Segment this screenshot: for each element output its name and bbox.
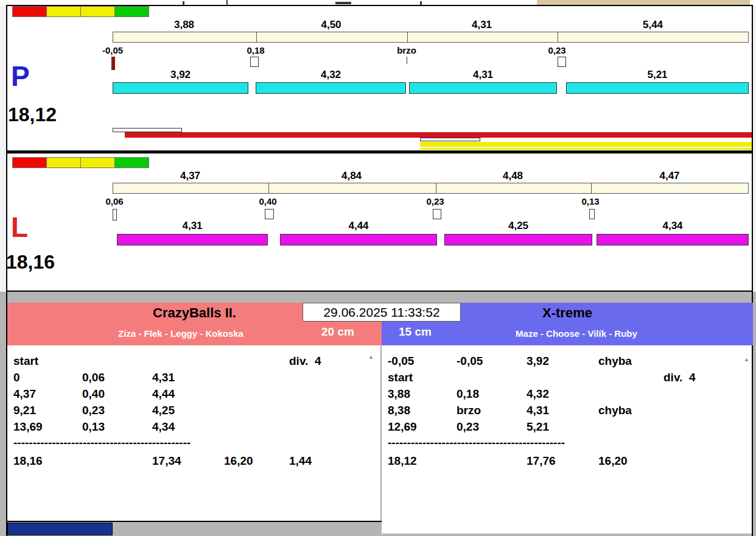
split-scale-bar (113, 183, 749, 194)
dog-run-bar (256, 82, 406, 94)
split-scale-bar (113, 32, 749, 43)
result-row: 3,88 0,18 4,32 (382, 388, 752, 404)
cell: 0,13 (82, 421, 105, 434)
light-yellow-2 (80, 157, 115, 168)
change-time: 0,40 (240, 197, 295, 207)
cell: 4,44 (152, 388, 175, 401)
change-time: 0,23 (408, 197, 463, 207)
jump-height: 20 cm (321, 325, 354, 339)
marker-box (589, 209, 595, 219)
marker-box (265, 209, 274, 219)
result-row: 0 0,06 4,31 (7, 372, 380, 387)
dog-run-bar (566, 82, 749, 94)
tick-mark (407, 57, 407, 64)
split-time-bottom: 3,92 (113, 69, 248, 81)
result-row: 12,69 0,23 5,21 (382, 421, 752, 437)
scroll-up-icon[interactable]: ▲ (744, 356, 749, 362)
result-row: 13,69 0,13 4,34 (7, 421, 380, 437)
change-time: -0,05 (85, 46, 140, 56)
lane-total-time: 18,16 (6, 252, 55, 272)
cell: 4,34 (152, 421, 175, 434)
cell: 0,06 (82, 372, 105, 384)
scale-divider (558, 32, 558, 42)
result-row: start div. 4 (382, 372, 752, 387)
cell: 1,44 (289, 455, 312, 468)
dog-run-bar (280, 234, 437, 245)
dog-run-bar (117, 234, 268, 245)
lane-letter: L (11, 213, 28, 241)
team-dogs: Maze - Choose - Vilík - Ruby (430, 328, 723, 339)
cell: chyba (598, 404, 632, 417)
light-green (114, 6, 149, 17)
cell: 3,92 (527, 355, 549, 368)
panel-bottom-border (6, 521, 382, 522)
scale-divider (407, 32, 408, 42)
scroll-up-icon[interactable]: ▲ (368, 354, 374, 360)
cell: div. 4 (663, 372, 695, 384)
light-red (12, 6, 47, 17)
next-dog-bar-thin (420, 148, 752, 150)
split-time-bottom: 4,31 (117, 220, 268, 232)
change-time: 0,18 (228, 46, 283, 56)
scale-divider (436, 183, 436, 193)
split-time-top: 4,47 (590, 171, 749, 182)
split-time-bottom: 4,32 (256, 69, 406, 81)
light-red (12, 157, 47, 168)
change-time: brzo (379, 46, 434, 56)
split-time-bottom: 4,44 (280, 220, 437, 232)
datetime-display: 29.06.2025 11:33:52 (303, 303, 461, 322)
cell: chyba (598, 355, 632, 368)
cell: 12,69 (388, 421, 417, 434)
result-row: start div. 4 (7, 355, 380, 371)
timing-app-window: 3,88 4,50 4,31 5,44 -0,05 0,18 brzo 0,23… (0, 0, 756, 536)
light-yellow-2 (80, 6, 115, 17)
split-time-bottom: 4,25 (444, 220, 592, 232)
cell: div. 4 (289, 355, 321, 368)
cell: 5,21 (527, 421, 549, 434)
cell: 9,21 (13, 404, 36, 417)
marker-box (433, 209, 441, 219)
progress-outline (113, 128, 182, 132)
divider-row: ----------------------------------------… (7, 437, 380, 453)
scale-divider (591, 183, 592, 193)
split-time-top: 4,31 (407, 19, 557, 31)
marker-box (250, 57, 259, 67)
divider-row: ----------------------------------------… (382, 437, 752, 453)
split-time-bottom: 5,21 (566, 69, 749, 81)
cell: 16,20 (598, 455, 628, 468)
status-lights (12, 157, 152, 169)
dog-run-bar (409, 82, 557, 94)
cell: -0,05 (457, 355, 483, 368)
cell: 4,32 (527, 388, 549, 401)
menu-text-fragment (335, 2, 351, 4)
split-time-top: 4,48 (435, 171, 590, 182)
team-right-results: -0,05 -0,05 3,92 chyba start div. 4 3,88… (382, 345, 752, 534)
cell: 16,20 (224, 455, 253, 468)
cell: 4,31 (152, 372, 175, 384)
taskbar-button[interactable] (7, 523, 113, 535)
scale-divider (256, 32, 257, 42)
cell: -0,05 (388, 355, 414, 368)
lane-total-time: 18,12 (8, 105, 57, 124)
cell: 13,69 (13, 421, 43, 434)
start-marker (111, 57, 115, 70)
cell: start (13, 355, 38, 368)
change-time: 0,23 (530, 46, 584, 56)
cell: 17,34 (152, 455, 181, 468)
lane-letter: P (11, 62, 30, 90)
split-time-bottom: 4,34 (597, 220, 749, 232)
dashes: ----------------------------------------… (388, 437, 565, 450)
cell: 4,25 (152, 404, 175, 417)
cell: 0,23 (457, 421, 479, 434)
dashes: ----------------------------------------… (13, 437, 191, 450)
cell: 8,38 (388, 404, 410, 417)
marker-box (113, 209, 117, 220)
light-yellow-1 (46, 157, 81, 168)
jump-height: 15 cm (399, 325, 432, 339)
cell: 18,12 (388, 455, 417, 468)
split-time-top: 4,50 (256, 19, 407, 31)
dog-run-bar (113, 82, 248, 94)
total-row: 18,12 17,76 16,20 (382, 455, 752, 471)
light-yellow-1 (46, 6, 81, 17)
split-time-top: 4,84 (268, 171, 435, 182)
